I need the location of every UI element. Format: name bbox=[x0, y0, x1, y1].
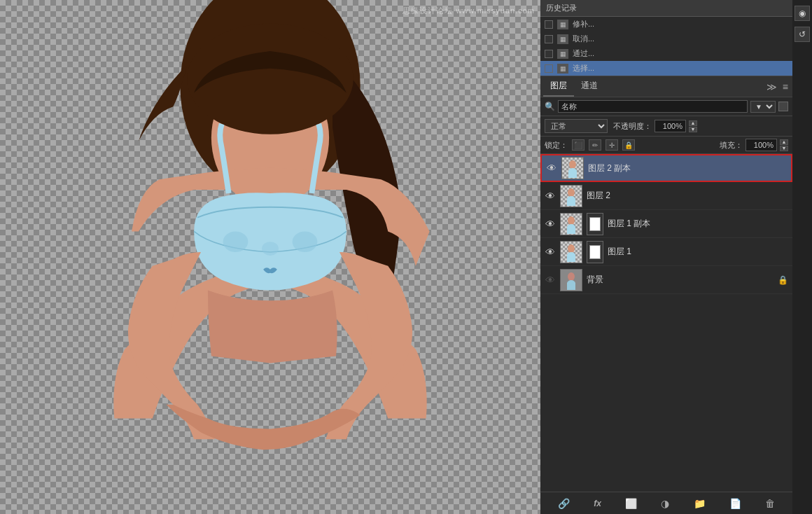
layer-visibility-toggle-2[interactable]: 👁 bbox=[545, 190, 556, 202]
svg-point-8 bbox=[568, 188, 575, 197]
svg-point-6 bbox=[262, 242, 279, 256]
mask-btn[interactable]: ⬜ bbox=[622, 496, 640, 510]
canvas-image bbox=[0, 0, 540, 514]
history-icon-1: ▦ bbox=[557, 20, 568, 29]
blend-mode-select[interactable]: 正常 bbox=[545, 119, 608, 133]
lock-paint-btn[interactable]: ✏ bbox=[589, 139, 601, 151]
history-item-1[interactable]: ▦ 修补... bbox=[540, 17, 792, 32]
svg-point-7 bbox=[569, 160, 576, 169]
svg-point-10 bbox=[568, 244, 575, 253]
search-options-btn[interactable] bbox=[778, 102, 788, 111]
trash-btn[interactable]: 🗑 bbox=[762, 496, 778, 510]
fill-control: 填充： ▲ ▼ bbox=[720, 139, 788, 151]
layer-visibility-toggle-3[interactable]: 👁 bbox=[545, 218, 556, 230]
tab-channels[interactable]: 通道 bbox=[574, 76, 605, 97]
layers-list: 👁 图层 2 副本 👁 bbox=[540, 154, 792, 492]
history-header: 历史记录 bbox=[540, 0, 792, 17]
history-icon-3: ▦ bbox=[557, 49, 568, 59]
fill-up-btn[interactable]: ▲ bbox=[780, 139, 788, 145]
layer-name-5: 背景 bbox=[587, 274, 774, 286]
opacity-control: 不透明度： ▲ ▼ bbox=[613, 120, 697, 132]
layer-item-background[interactable]: 👁 背景 🔒 bbox=[540, 266, 792, 294]
layer-thumbnail-2 bbox=[560, 185, 582, 207]
layer-item-layer2-copy[interactable]: 👁 图层 2 副本 bbox=[540, 154, 792, 182]
history-label-1: 修补... bbox=[573, 19, 594, 29]
adjustment-btn[interactable]: ◑ bbox=[658, 496, 672, 510]
layer-item-layer1[interactable]: 👁 图层 1 bbox=[540, 238, 792, 266]
layer-thumbnail-3 bbox=[560, 213, 582, 235]
history-item-4[interactable]: ▦ 选择... bbox=[540, 61, 792, 76]
history-item-2[interactable]: ▦ 取消... bbox=[540, 32, 792, 46]
lock-fill-controls: 锁定： ⬛ ✏ ✛ 🔒 填充： ▲ ▼ bbox=[540, 137, 792, 154]
history-item-3[interactable]: ▦ 通过... bbox=[540, 46, 792, 61]
lock-all-btn[interactable]: 🔒 bbox=[622, 139, 635, 151]
search-icon: 🔍 bbox=[545, 102, 555, 111]
tab-menu-icon[interactable]: ≫ bbox=[765, 80, 778, 94]
link-btn[interactable]: 🔗 bbox=[555, 496, 573, 510]
layer-thumbnail-4 bbox=[560, 241, 582, 263]
layer-visibility-toggle-1[interactable]: 👁 bbox=[546, 162, 557, 174]
fill-stepper: ▲ ▼ bbox=[780, 139, 788, 151]
history-checkbox-2[interactable] bbox=[545, 35, 553, 43]
svg-point-11 bbox=[568, 272, 575, 281]
layer-name-3: 图层 1 副本 bbox=[608, 218, 788, 230]
layers-bottom-toolbar: 🔗 fx ⬜ ◑ 📁 📄 🗑 bbox=[540, 492, 792, 514]
layers-search-bar: 🔍 ▼ bbox=[540, 97, 792, 116]
tab-layers[interactable]: 图层 bbox=[543, 76, 574, 97]
folder-btn[interactable]: 📁 bbox=[691, 496, 708, 510]
layer-mask-thumbnail-3 bbox=[587, 213, 603, 235]
blend-opacity-controls: 正常 不透明度： ▲ ▼ bbox=[540, 116, 792, 137]
layers-tab-group: 图层 通道 bbox=[543, 76, 605, 97]
lock-icon-background: 🔒 bbox=[778, 275, 788, 285]
mask-white-4 bbox=[589, 245, 601, 259]
layers-tabs-bar: 图层 通道 ≫ ≡ bbox=[540, 76, 792, 97]
history-checkbox-1[interactable] bbox=[545, 20, 553, 29]
layer-name-1: 图层 2 副本 bbox=[588, 162, 787, 174]
layer-name-2: 图层 2 bbox=[587, 190, 788, 202]
lock-position-btn[interactable]: ✛ bbox=[606, 139, 618, 151]
history-checkbox-4[interactable] bbox=[545, 64, 553, 73]
lock-label: 锁定： bbox=[545, 140, 568, 151]
canvas-area: 思缘设计论坛 www.missyuan.com bbox=[0, 0, 540, 514]
opacity-down-btn[interactable]: ▼ bbox=[689, 127, 697, 132]
side-icon-2[interactable]: ↺ bbox=[794, 27, 810, 42]
layer-visibility-toggle-5[interactable]: 👁 bbox=[545, 275, 556, 286]
opacity-input[interactable] bbox=[654, 120, 686, 132]
tab-icons: ≫ ≡ bbox=[765, 80, 790, 94]
new-layer-btn[interactable]: 📄 bbox=[727, 496, 744, 510]
layer-item-layer1-copy[interactable]: 👁 图层 1 副本 bbox=[540, 210, 792, 238]
layer-name-4: 图层 1 bbox=[608, 246, 788, 258]
mask-white-3 bbox=[589, 217, 601, 231]
side-icons-panel: ◉ ↺ bbox=[792, 0, 812, 514]
tab-options-icon[interactable]: ≡ bbox=[781, 80, 790, 94]
layer-item-layer2[interactable]: 👁 图层 2 bbox=[540, 182, 792, 210]
right-panel: 历史记录 ▦ 修补... ▦ 取消... ▦ 通过... ▦ 选择... 图层 bbox=[540, 0, 792, 514]
layer-thumbnail-1 bbox=[561, 157, 584, 179]
opacity-stepper: ▲ ▼ bbox=[689, 120, 697, 132]
layer-thumbnail-5 bbox=[560, 269, 582, 291]
layer-mask-thumbnail-4 bbox=[587, 241, 603, 263]
history-icon-2: ▦ bbox=[557, 34, 568, 44]
layer-visibility-toggle-4[interactable]: 👁 bbox=[545, 246, 556, 258]
lock-transparent-btn[interactable]: ⬛ bbox=[572, 139, 584, 151]
fill-label: 填充： bbox=[720, 140, 743, 151]
history-checkbox-3[interactable] bbox=[545, 50, 553, 58]
history-label-2: 取消... bbox=[573, 34, 594, 44]
svg-point-9 bbox=[568, 216, 575, 225]
svg-point-4 bbox=[223, 231, 248, 252]
opacity-label: 不透明度： bbox=[613, 121, 652, 132]
watermark: 思缘设计论坛 www.missyuan.com bbox=[402, 6, 535, 16]
history-icon-4: ▦ bbox=[557, 64, 568, 74]
history-label-3: 通过... bbox=[573, 48, 594, 59]
search-dropdown[interactable]: ▼ bbox=[750, 101, 776, 113]
fill-down-btn[interactable]: ▼ bbox=[780, 146, 788, 151]
fx-btn[interactable]: fx bbox=[591, 497, 604, 510]
history-panel: 历史记录 ▦ 修补... ▦ 取消... ▦ 通过... ▦ 选择... bbox=[540, 0, 792, 76]
fill-input[interactable] bbox=[746, 139, 777, 151]
model-figure bbox=[0, 0, 540, 514]
opacity-up-btn[interactable]: ▲ bbox=[689, 120, 697, 126]
side-icon-1[interactable]: ◉ bbox=[794, 6, 810, 21]
svg-point-5 bbox=[293, 231, 318, 252]
search-input[interactable] bbox=[558, 100, 748, 113]
layers-panel: 图层 通道 ≫ ≡ 🔍 ▼ 正常 不透明度： bbox=[540, 76, 792, 514]
